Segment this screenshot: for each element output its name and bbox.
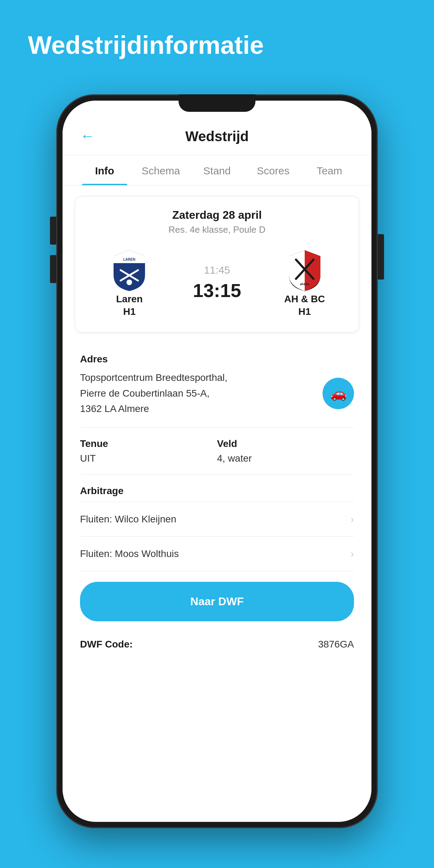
match-date: Zaterdag 28 april [86, 209, 348, 222]
home-team: LAREN Laren H1 [86, 247, 173, 318]
phone-screen: ← Wedstrijd Info Schema Stand Scores Tea… [63, 101, 371, 822]
background-title: Wedstrijdinformatie [0, 0, 434, 73]
navigate-button[interactable]: 🚗 [323, 378, 354, 409]
naar-dwf-label: Naar DWF [190, 595, 244, 608]
veld-col: Veld 4, water [217, 438, 354, 464]
match-score: 13:15 [193, 280, 241, 301]
address-section: Adres Topsportcentrum Breedtesporthal, P… [63, 343, 371, 427]
tenue-label: Tenue [80, 438, 217, 449]
car-icon: 🚗 [330, 386, 347, 401]
arbitrage-label: Arbitrage [80, 485, 354, 497]
volume-down-button [50, 255, 56, 283]
arbitrage-section: Arbitrage [63, 475, 371, 502]
divider-5 [80, 571, 354, 571]
away-team: ah&bc AH & BC H1 [261, 247, 348, 318]
away-team-logo: ah&bc [282, 247, 327, 293]
score-center: 11:45 13:15 [173, 264, 261, 301]
referee-2-item[interactable]: Fluiten: Moos Wolthuis › [63, 537, 371, 571]
veld-value: 4, water [217, 453, 354, 464]
chevron-right-icon: › [350, 513, 354, 525]
address-label: Adres [80, 354, 354, 365]
referee-1-item[interactable]: Fluiten: Wilco Kleijnen › [63, 502, 371, 536]
match-competition: Res. 4e klasse, Poule D [86, 224, 348, 235]
tab-scores[interactable]: Scores [245, 155, 301, 185]
tenue-col: Tenue UIT [80, 438, 217, 464]
tenue-value: UIT [80, 453, 217, 464]
tab-schema[interactable]: Schema [133, 155, 189, 185]
tab-stand[interactable]: Stand [189, 155, 245, 185]
tenue-veld-row: Tenue UIT Veld 4, water [63, 428, 371, 475]
chevron-right-icon-2: › [350, 548, 354, 560]
dwf-code-label: DWF Code: [80, 639, 133, 650]
tab-bar: Info Schema Stand Scores Team [63, 155, 371, 186]
referee-2-text: Fluiten: Moos Wolthuis [80, 548, 179, 559]
phone-shell: ← Wedstrijd Info Schema Stand Scores Tea… [56, 94, 378, 828]
match-teams: LAREN Laren H1 [86, 247, 348, 318]
veld-label: Veld [217, 438, 354, 449]
naar-dwf-button[interactable]: Naar DWF [80, 582, 354, 621]
match-time: 11:45 [204, 264, 230, 276]
back-button[interactable]: ← [80, 129, 95, 143]
address-row: Topsportcentrum Breedtesporthal, Pierre … [80, 370, 354, 417]
svg-text:LAREN: LAREN [123, 258, 135, 261]
address-text: Topsportcentrum Breedtesporthal, Pierre … [80, 370, 316, 417]
screen-content: ← Wedstrijd Info Schema Stand Scores Tea… [63, 101, 371, 822]
tab-info[interactable]: Info [77, 155, 133, 185]
referee-1-text: Fluiten: Wilco Kleijnen [80, 514, 176, 525]
page-title: Wedstrijd [185, 129, 249, 155]
tab-team[interactable]: Team [301, 155, 357, 185]
power-button [378, 234, 384, 280]
phone-mockup: ← Wedstrijd Info Schema Stand Scores Tea… [56, 94, 378, 828]
dwf-code-row: DWF Code: 3876GA [63, 632, 371, 664]
home-team-name: Laren H1 [116, 293, 143, 318]
away-team-name: AH & BC H1 [284, 293, 325, 318]
home-team-logo: LAREN [107, 247, 152, 293]
volume-up-button [50, 217, 56, 245]
phone-notch [179, 94, 255, 112]
svg-text:ah&bc: ah&bc [300, 282, 310, 286]
svg-point-3 [126, 280, 132, 285]
match-card: Zaterdag 28 april Res. 4e klasse, Poule … [75, 196, 359, 333]
dwf-code-value: 3876GA [318, 639, 354, 650]
